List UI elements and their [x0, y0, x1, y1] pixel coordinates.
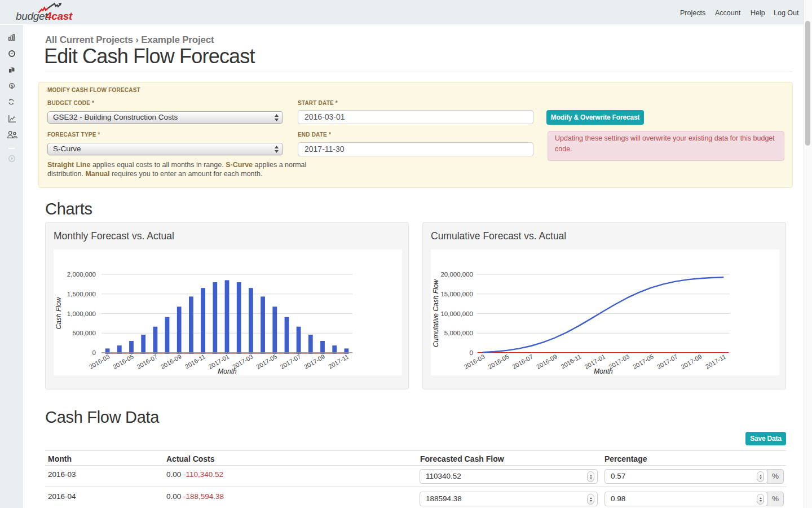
svg-text:20,000,000: 20,000,000 — [440, 271, 473, 278]
svg-text:2016-11: 2016-11 — [184, 353, 206, 370]
svg-text:Cash Flow: Cash Flow — [55, 296, 63, 329]
svg-text:15,000,000: 15,000,000 — [440, 291, 473, 297]
svg-text:2016-09: 2016-09 — [535, 353, 558, 370]
svg-text:budget: budget — [16, 10, 48, 22]
svg-text:2016-05: 2016-05 — [112, 353, 135, 370]
svg-text:2017-05: 2017-05 — [632, 353, 655, 370]
svg-text:1,500,000: 1,500,000 — [67, 291, 96, 297]
svg-text:2016-07: 2016-07 — [511, 353, 534, 370]
svg-text:2016-05: 2016-05 — [487, 353, 510, 370]
svg-text:2017-09: 2017-09 — [303, 353, 326, 370]
svg-text:1,000,000: 1,000,000 — [67, 310, 96, 317]
svg-text:4cast: 4cast — [45, 10, 73, 22]
svg-text:2017-09: 2017-09 — [680, 353, 703, 370]
svg-text:5,000,000: 5,000,000 — [444, 330, 473, 336]
svg-text:0: 0 — [92, 349, 96, 356]
svg-text:2016-11: 2016-11 — [559, 353, 582, 370]
svg-text:Month: Month — [594, 367, 613, 375]
svg-text:10,000,000: 10,000,000 — [440, 310, 473, 317]
svg-text:2017-11: 2017-11 — [704, 353, 727, 370]
svg-text:2017-05: 2017-05 — [255, 353, 278, 370]
svg-text:Month: Month — [218, 367, 237, 375]
svg-text:2017-11: 2017-11 — [327, 353, 350, 370]
svg-text:2016-07: 2016-07 — [135, 353, 158, 370]
svg-text:2016-03: 2016-03 — [88, 353, 111, 370]
svg-text:2016-09: 2016-09 — [160, 353, 183, 370]
svg-text:2017-07: 2017-07 — [656, 353, 679, 370]
svg-text:2016-03: 2016-03 — [463, 353, 486, 370]
svg-text:0: 0 — [470, 349, 473, 356]
svg-text:2017-07: 2017-07 — [279, 353, 302, 370]
svg-text:500,000: 500,000 — [72, 330, 96, 336]
svg-text:2,000,000: 2,000,000 — [67, 271, 96, 278]
svg-text:Cumulative Cash Flow: Cumulative Cash Flow — [432, 279, 440, 347]
